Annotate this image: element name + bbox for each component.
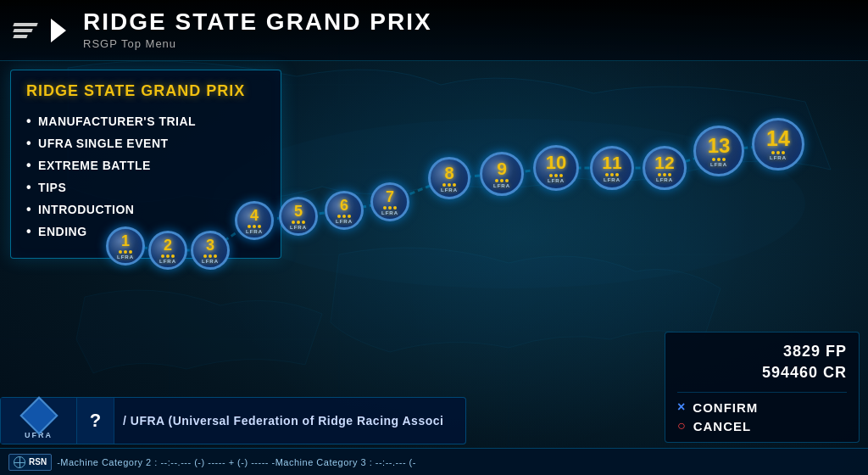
menu-title: RIDGE STATE GRAND PRIX [26, 82, 265, 100]
info-panel: 3829 FP 594460 CR × CONFIRM ○ CANCEL [665, 332, 860, 443]
status-bar: RSN -Machine Category 2 : --:--.--- (-) … [0, 448, 868, 475]
sub-title: RSGP Top Menu [83, 37, 432, 50]
menu-item-label: TIPS [38, 181, 66, 194]
ufra-logo-inner: UFRA [25, 402, 53, 439]
menu-item-label: INTRODUCTION [38, 203, 134, 216]
menu-item[interactable]: •UFRA SINGLE EVENT [26, 132, 265, 154]
stripe-2 [13, 29, 32, 32]
menu-items: •MANUFACTURER'S TRIAL•UFRA SINGLE EVENT•… [26, 110, 265, 243]
o-button-icon: ○ [677, 418, 687, 433]
x-button-icon: × [677, 400, 686, 415]
confirm-label: CONFIRM [693, 400, 758, 415]
chevron-icon [51, 19, 66, 42]
menu-panel: RIDGE STATE GRAND PRIX •MANUFACTURER'S T… [10, 70, 281, 259]
rsn-label: RSN [29, 457, 47, 467]
ufra-logo-box: UFRA [1, 398, 77, 444]
controls-block: × CONFIRM ○ CANCEL [677, 392, 847, 433]
menu-bullet: • [26, 202, 31, 217]
menu-bullet: • [26, 224, 31, 239]
ufra-diamond-icon [19, 396, 58, 434]
menu-item-label: MANUFACTURER'S TRIAL [38, 115, 196, 128]
ufra-text: / UFRA (Universal Federation of Ridge Ra… [114, 414, 465, 428]
menu-bullet: • [26, 158, 31, 173]
menu-bullet: • [26, 136, 31, 151]
menu-item-label: EXTREME BATTLE [38, 159, 151, 172]
menu-bullet: • [26, 114, 31, 129]
fp-display: 3829 FP [677, 341, 847, 362]
menu-item[interactable]: •TIPS [26, 176, 265, 198]
menu-item[interactable]: •ENDING [26, 221, 265, 243]
ufra-bar: UFRA ? / UFRA (Universal Federation of R… [0, 397, 466, 444]
menu-item[interactable]: •EXTREME BATTLE [26, 154, 265, 176]
logo-stripes [14, 23, 37, 38]
main-title: RIDGE STATE GRAND PRIX [83, 10, 432, 34]
cancel-label: CANCEL [693, 419, 752, 433]
status-text: -Machine Category 2 : --:--.--- (-) ----… [57, 457, 416, 467]
confirm-control[interactable]: × CONFIRM [677, 400, 847, 415]
cr-display: 594460 CR [677, 362, 847, 383]
globe-icon [14, 456, 25, 468]
cancel-control[interactable]: ○ CANCEL [677, 418, 847, 433]
stripe-3 [13, 35, 27, 38]
fp-cr-block: 3829 FP 594460 CR [677, 341, 847, 383]
header-title-block: RIDGE STATE GRAND PRIX RSGP Top Menu [83, 10, 432, 50]
rsn-logo: RSN [8, 454, 52, 471]
svg-point-8 [212, 119, 805, 288]
menu-item[interactable]: •INTRODUCTION [26, 198, 265, 221]
header: RIDGE STATE GRAND PRIX RSGP Top Menu [0, 0, 868, 61]
menu-bullet: • [26, 180, 31, 195]
menu-item-label: ENDING [38, 225, 86, 238]
question-button[interactable]: ? [77, 398, 114, 444]
menu-item[interactable]: •MANUFACTURER'S TRIAL [26, 110, 265, 132]
menu-item-label: UFRA SINGLE EVENT [38, 137, 168, 150]
stripe-1 [13, 23, 37, 26]
